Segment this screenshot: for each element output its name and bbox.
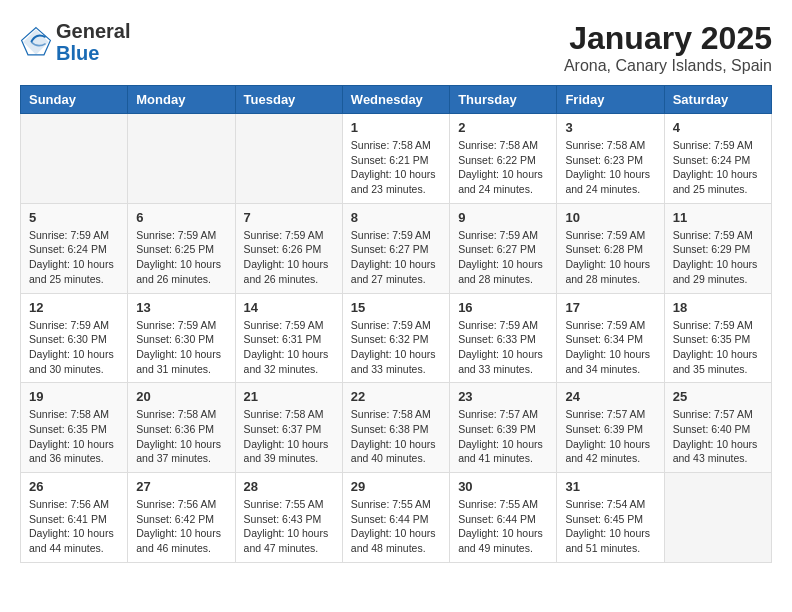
calendar-cell: 19Sunrise: 7:58 AM Sunset: 6:35 PM Dayli… xyxy=(21,383,128,473)
day-header-sunday: Sunday xyxy=(21,86,128,114)
calendar-cell xyxy=(128,114,235,204)
page-header: General Blue January 2025 Arona, Canary … xyxy=(20,20,772,75)
day-content: Sunrise: 7:54 AM Sunset: 6:45 PM Dayligh… xyxy=(565,497,655,556)
day-content: Sunrise: 7:59 AM Sunset: 6:27 PM Dayligh… xyxy=(351,228,441,287)
calendar-cell xyxy=(235,114,342,204)
day-content: Sunrise: 7:59 AM Sunset: 6:34 PM Dayligh… xyxy=(565,318,655,377)
day-content: Sunrise: 7:58 AM Sunset: 6:35 PM Dayligh… xyxy=(29,407,119,466)
day-number: 6 xyxy=(136,210,226,225)
day-number: 31 xyxy=(565,479,655,494)
day-header-monday: Monday xyxy=(128,86,235,114)
page-title: January 2025 xyxy=(564,20,772,57)
calendar-cell: 27Sunrise: 7:56 AM Sunset: 6:42 PM Dayli… xyxy=(128,473,235,563)
calendar-cell: 29Sunrise: 7:55 AM Sunset: 6:44 PM Dayli… xyxy=(342,473,449,563)
day-number: 19 xyxy=(29,389,119,404)
day-number: 27 xyxy=(136,479,226,494)
calendar-week-row: 26Sunrise: 7:56 AM Sunset: 6:41 PM Dayli… xyxy=(21,473,772,563)
day-content: Sunrise: 7:59 AM Sunset: 6:25 PM Dayligh… xyxy=(136,228,226,287)
day-header-friday: Friday xyxy=(557,86,664,114)
calendar-cell: 26Sunrise: 7:56 AM Sunset: 6:41 PM Dayli… xyxy=(21,473,128,563)
calendar-cell: 8Sunrise: 7:59 AM Sunset: 6:27 PM Daylig… xyxy=(342,203,449,293)
day-number: 25 xyxy=(673,389,763,404)
day-content: Sunrise: 7:59 AM Sunset: 6:29 PM Dayligh… xyxy=(673,228,763,287)
calendar-cell: 1Sunrise: 7:58 AM Sunset: 6:21 PM Daylig… xyxy=(342,114,449,204)
day-content: Sunrise: 7:58 AM Sunset: 6:38 PM Dayligh… xyxy=(351,407,441,466)
day-header-saturday: Saturday xyxy=(664,86,771,114)
calendar-table: SundayMondayTuesdayWednesdayThursdayFrid… xyxy=(20,85,772,563)
day-number: 29 xyxy=(351,479,441,494)
day-number: 18 xyxy=(673,300,763,315)
calendar-cell: 3Sunrise: 7:58 AM Sunset: 6:23 PM Daylig… xyxy=(557,114,664,204)
day-number: 17 xyxy=(565,300,655,315)
calendar-header-row: SundayMondayTuesdayWednesdayThursdayFrid… xyxy=(21,86,772,114)
calendar-week-row: 12Sunrise: 7:59 AM Sunset: 6:30 PM Dayli… xyxy=(21,293,772,383)
day-number: 8 xyxy=(351,210,441,225)
day-content: Sunrise: 7:56 AM Sunset: 6:41 PM Dayligh… xyxy=(29,497,119,556)
day-number: 3 xyxy=(565,120,655,135)
page-subtitle: Arona, Canary Islands, Spain xyxy=(564,57,772,75)
day-number: 21 xyxy=(244,389,334,404)
day-content: Sunrise: 7:59 AM Sunset: 6:26 PM Dayligh… xyxy=(244,228,334,287)
day-content: Sunrise: 7:59 AM Sunset: 6:31 PM Dayligh… xyxy=(244,318,334,377)
logo-text: General Blue xyxy=(56,20,130,64)
day-header-tuesday: Tuesday xyxy=(235,86,342,114)
day-content: Sunrise: 7:59 AM Sunset: 6:35 PM Dayligh… xyxy=(673,318,763,377)
calendar-cell: 7Sunrise: 7:59 AM Sunset: 6:26 PM Daylig… xyxy=(235,203,342,293)
calendar-cell: 10Sunrise: 7:59 AM Sunset: 6:28 PM Dayli… xyxy=(557,203,664,293)
day-number: 1 xyxy=(351,120,441,135)
day-number: 14 xyxy=(244,300,334,315)
day-number: 23 xyxy=(458,389,548,404)
day-content: Sunrise: 7:59 AM Sunset: 6:30 PM Dayligh… xyxy=(29,318,119,377)
day-number: 28 xyxy=(244,479,334,494)
day-number: 16 xyxy=(458,300,548,315)
calendar-cell: 13Sunrise: 7:59 AM Sunset: 6:30 PM Dayli… xyxy=(128,293,235,383)
calendar-week-row: 5Sunrise: 7:59 AM Sunset: 6:24 PM Daylig… xyxy=(21,203,772,293)
calendar-cell: 2Sunrise: 7:58 AM Sunset: 6:22 PM Daylig… xyxy=(450,114,557,204)
day-content: Sunrise: 7:55 AM Sunset: 6:44 PM Dayligh… xyxy=(351,497,441,556)
day-content: Sunrise: 7:59 AM Sunset: 6:33 PM Dayligh… xyxy=(458,318,548,377)
logo: General Blue xyxy=(20,20,130,64)
calendar-cell: 28Sunrise: 7:55 AM Sunset: 6:43 PM Dayli… xyxy=(235,473,342,563)
calendar-cell: 17Sunrise: 7:59 AM Sunset: 6:34 PM Dayli… xyxy=(557,293,664,383)
day-content: Sunrise: 7:57 AM Sunset: 6:39 PM Dayligh… xyxy=(458,407,548,466)
day-number: 30 xyxy=(458,479,548,494)
calendar-cell: 24Sunrise: 7:57 AM Sunset: 6:39 PM Dayli… xyxy=(557,383,664,473)
calendar-cell: 6Sunrise: 7:59 AM Sunset: 6:25 PM Daylig… xyxy=(128,203,235,293)
calendar-week-row: 1Sunrise: 7:58 AM Sunset: 6:21 PM Daylig… xyxy=(21,114,772,204)
day-number: 2 xyxy=(458,120,548,135)
day-number: 15 xyxy=(351,300,441,315)
day-content: Sunrise: 7:55 AM Sunset: 6:43 PM Dayligh… xyxy=(244,497,334,556)
calendar-cell xyxy=(21,114,128,204)
logo-general: General xyxy=(56,20,130,42)
calendar-cell xyxy=(664,473,771,563)
calendar-cell: 15Sunrise: 7:59 AM Sunset: 6:32 PM Dayli… xyxy=(342,293,449,383)
calendar-cell: 11Sunrise: 7:59 AM Sunset: 6:29 PM Dayli… xyxy=(664,203,771,293)
calendar-cell: 5Sunrise: 7:59 AM Sunset: 6:24 PM Daylig… xyxy=(21,203,128,293)
day-number: 24 xyxy=(565,389,655,404)
day-content: Sunrise: 7:58 AM Sunset: 6:21 PM Dayligh… xyxy=(351,138,441,197)
day-content: Sunrise: 7:59 AM Sunset: 6:27 PM Dayligh… xyxy=(458,228,548,287)
day-content: Sunrise: 7:58 AM Sunset: 6:22 PM Dayligh… xyxy=(458,138,548,197)
calendar-cell: 14Sunrise: 7:59 AM Sunset: 6:31 PM Dayli… xyxy=(235,293,342,383)
calendar-cell: 20Sunrise: 7:58 AM Sunset: 6:36 PM Dayli… xyxy=(128,383,235,473)
day-number: 11 xyxy=(673,210,763,225)
day-content: Sunrise: 7:58 AM Sunset: 6:36 PM Dayligh… xyxy=(136,407,226,466)
day-content: Sunrise: 7:57 AM Sunset: 6:40 PM Dayligh… xyxy=(673,407,763,466)
logo-icon xyxy=(20,26,52,58)
day-number: 10 xyxy=(565,210,655,225)
day-content: Sunrise: 7:59 AM Sunset: 6:32 PM Dayligh… xyxy=(351,318,441,377)
calendar-cell: 23Sunrise: 7:57 AM Sunset: 6:39 PM Dayli… xyxy=(450,383,557,473)
day-number: 20 xyxy=(136,389,226,404)
day-number: 5 xyxy=(29,210,119,225)
calendar-cell: 4Sunrise: 7:59 AM Sunset: 6:24 PM Daylig… xyxy=(664,114,771,204)
day-number: 22 xyxy=(351,389,441,404)
day-header-thursday: Thursday xyxy=(450,86,557,114)
day-content: Sunrise: 7:59 AM Sunset: 6:24 PM Dayligh… xyxy=(29,228,119,287)
logo-blue: Blue xyxy=(56,42,99,64)
svg-marker-0 xyxy=(23,29,49,55)
day-content: Sunrise: 7:59 AM Sunset: 6:24 PM Dayligh… xyxy=(673,138,763,197)
title-block: January 2025 Arona, Canary Islands, Spai… xyxy=(564,20,772,75)
day-header-wednesday: Wednesday xyxy=(342,86,449,114)
day-content: Sunrise: 7:58 AM Sunset: 6:37 PM Dayligh… xyxy=(244,407,334,466)
calendar-cell: 31Sunrise: 7:54 AM Sunset: 6:45 PM Dayli… xyxy=(557,473,664,563)
